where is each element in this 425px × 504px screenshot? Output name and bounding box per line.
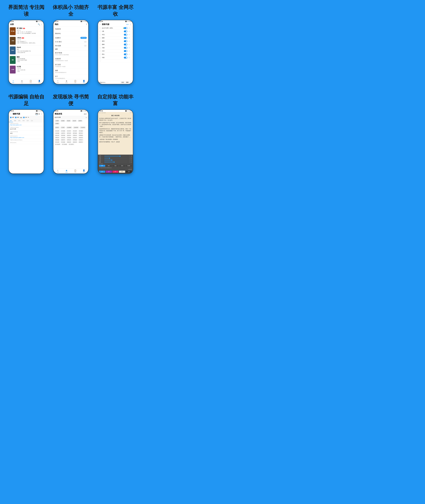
- source-check-3[interactable]: [99, 34, 101, 35]
- source-check-5[interactable]: [99, 40, 101, 42]
- discover-tab-total-collect[interactable]: 总收藏榜: [66, 126, 72, 129]
- source-check-9[interactable]: [99, 54, 101, 55]
- nav-subscribe-2[interactable]: 📋 订阅: [71, 79, 80, 84]
- tag-xuanhuan-complete[interactable]: 玄幻完本: [66, 130, 72, 132]
- source-item-10[interactable]: 书联 📄 ⋮: [98, 56, 133, 59]
- anim-slide[interactable]: 滑动: [106, 165, 112, 167]
- tag-kehuan-all[interactable]: 科幻全部: [54, 141, 60, 143]
- slider-track-4[interactable]: [104, 162, 128, 162]
- tag-youxi-all[interactable]: 游戏全部: [78, 137, 84, 139]
- editor-tab-discover[interactable]: 发现: [17, 120, 21, 122]
- nav-discover-5[interactable]: ◉ 发现: [62, 169, 71, 174]
- sourcegroup-value[interactable]: 发现: [10, 133, 42, 134]
- source-item-5[interactable]: 香阿 📄 ⋮: [98, 40, 133, 43]
- slider-track-3[interactable]: [104, 160, 128, 160]
- discover-tab-recommend[interactable]: 推荐榜: [78, 120, 83, 122]
- cb-discover[interactable]: ✓ 发现: [15, 117, 19, 118]
- tag-kehuan-serial[interactable]: 科幻连载: [60, 141, 66, 143]
- anim-none[interactable]: 无动画: [126, 165, 132, 167]
- source-toggle-4[interactable]: [124, 37, 127, 39]
- slider-thumb-1[interactable]: [120, 156, 120, 157]
- discover-tab-monthly[interactable]: 月票榜: [54, 120, 60, 122]
- slider-minus-3[interactable]: −: [102, 159, 103, 161]
- source-toggle-1[interactable]: [124, 27, 127, 29]
- nav-discover-2[interactable]: ◉ 发现: [62, 79, 71, 84]
- settings-item-backup[interactable]: 备份与恢复 WebDav设置/导入旧版本数据: [53, 51, 88, 57]
- source-check-4[interactable]: [99, 37, 101, 39]
- discover-tab-hot[interactable]: 热销榜: [60, 120, 66, 122]
- editor-tab-basic[interactable]: 基本: [9, 120, 13, 122]
- back-icon-4[interactable]: ←: [10, 113, 12, 115]
- color-chip-5[interactable]: 文字: [126, 171, 132, 173]
- source-item-2[interactable]: 1网 📄 ⋮: [98, 30, 133, 33]
- color-chip-3[interactable]: 文字: [113, 171, 119, 173]
- source-item-4[interactable]: 桐树 📄 ⋮: [98, 36, 133, 40]
- settings-item-about[interactable]: 关于 公众号[开源阅读软件]: [53, 74, 88, 79]
- cb-enable[interactable]: ✓ 启用: [10, 117, 14, 118]
- tag-xuanhuan-serial[interactable]: 玄幻连载: [60, 130, 66, 132]
- book-item-3[interactable]: 庆余年 庆余年 猫腻 ⊙ 第十六章 升官还是啊拿了哦 ⊙ 后记之是相大海: [9, 46, 44, 55]
- anim-roll[interactable]: 滚动: [119, 165, 125, 167]
- source-item-6[interactable]: 微峰 📄 ⋮: [98, 43, 133, 46]
- tag-junshi-all[interactable]: 军事全部: [72, 134, 78, 136]
- tag-tiyu-all[interactable]: 体育全部: [66, 139, 72, 141]
- slider-track-1[interactable]: [104, 156, 128, 156]
- slider-thumb-2[interactable]: [109, 158, 110, 159]
- tag-lishi-serial[interactable]: 历史连载: [66, 137, 72, 139]
- sourcename-value[interactable]: 起点中文网: [10, 128, 42, 130]
- tag-lishi-complete[interactable]: 历史完本: [72, 137, 78, 139]
- book-list[interactable]: 寒门崛起 寒门崛起 21 朱郎才尽 ⊙ 第一千二百二十一章 无需可奈 ⊙ 第一千…: [9, 27, 44, 79]
- theme-toggle[interactable]: 亮色主题: [80, 37, 87, 39]
- nav-subscribe-5[interactable]: 📋 订阅: [71, 169, 80, 174]
- tag-xuanhuan-all[interactable]: 玄幻全部: [54, 130, 60, 132]
- tag-light-all[interactable]: 轻小说全部: [54, 143, 61, 145]
- source-check-2[interactable]: [99, 31, 101, 32]
- settings-item-other[interactable]: 其它设置 与功能相关的一些设置: [53, 63, 88, 68]
- nav-bookshelf-2[interactable]: ≡ 书架: [53, 79, 62, 84]
- cb-text[interactable]: ✓ 文本 ✎: [23, 117, 29, 118]
- source-item-9[interactable]: 双比 📄 ⋮: [98, 53, 133, 56]
- eink-toggle[interactable]: ○: [84, 41, 87, 43]
- settings-row-web[interactable]: Web 服务 ○: [53, 44, 88, 48]
- source-toggle-9[interactable]: [124, 54, 127, 55]
- source-item-3[interactable]: 米花 📄 ⋮: [98, 33, 133, 36]
- sources-delete-btn[interactable]: 删除: [125, 81, 129, 83]
- cb-discover-box[interactable]: ✓: [15, 117, 16, 118]
- tag-qihuan-serial[interactable]: 奇幻连载: [78, 130, 84, 132]
- discover-tab-reward[interactable]: 打赏榜: [60, 126, 66, 129]
- source-item-1[interactable]: 起点中文网（发现） 📄 ⋮: [98, 27, 133, 30]
- nav-mine-2[interactable]: 👤 我的: [80, 79, 88, 84]
- tag-xuanyi-all[interactable]: 悬疑全部: [66, 141, 72, 143]
- source-toggle-6[interactable]: [124, 44, 127, 45]
- discover-tab-fan[interactable]: 粉丝榜: [72, 120, 77, 122]
- settings-item-theme-set[interactable]: 主题设置 与界面/颜色相关的一些设置: [53, 57, 88, 63]
- color-chip-1[interactable]: 文字: [99, 171, 105, 173]
- tag-tiyu-serial[interactable]: 体育连载: [72, 139, 78, 141]
- nav-bookshelf-5[interactable]: ≡ 书架: [53, 169, 62, 174]
- source-toggle-3[interactable]: [124, 34, 127, 36]
- color-chip-2[interactable]: 文字: [106, 171, 112, 173]
- discover-tab-month-recommend[interactable]: 月推荐榜: [80, 126, 86, 129]
- source-check-10[interactable]: [99, 57, 101, 58]
- editor-tab-content[interactable]: 正文: [30, 120, 34, 122]
- tag-dushi-all[interactable]: 都市全部: [66, 132, 72, 134]
- settings-row-eink[interactable]: E-Ink 模式 ○: [53, 40, 88, 44]
- source-toggle-2[interactable]: [124, 30, 127, 32]
- tag-junshi-complete[interactable]: 军事完本: [54, 137, 60, 139]
- settings-item-replace[interactable]: 替换净化: [53, 32, 88, 36]
- sourceurl-value[interactable]: http://www.qidian.com: [10, 124, 42, 126]
- source-check-1[interactable]: [99, 27, 101, 29]
- loginurl-value[interactable]: https://passport.qidian.com: [10, 137, 42, 138]
- web-toggle[interactable]: ○: [84, 45, 87, 47]
- source-toggle-10[interactable]: [124, 57, 127, 59]
- tag-dushi-complete[interactable]: 都市完本: [78, 132, 84, 134]
- tag-xuanyi-complete[interactable]: 悬疑完本: [78, 141, 84, 143]
- back-icon[interactable]: ←: [99, 23, 101, 26]
- source-toggle-7[interactable]: [124, 47, 127, 49]
- editor-tab-detail[interactable]: 详情: [21, 120, 26, 122]
- discover-tab-collect[interactable]: 收藏榜: [54, 122, 60, 125]
- tag-junshi-serial[interactable]: 军事连载: [78, 134, 84, 136]
- tag-dushi-serial[interactable]: 都市连载: [72, 132, 78, 134]
- slider-thumb-3[interactable]: [111, 160, 112, 161]
- book-item-2[interactable]: 小暗老 小暗老 413 三戒大师 ⊙ 第一章 我来到了了 ⊙ 看了7件天暮后的评…: [9, 36, 44, 46]
